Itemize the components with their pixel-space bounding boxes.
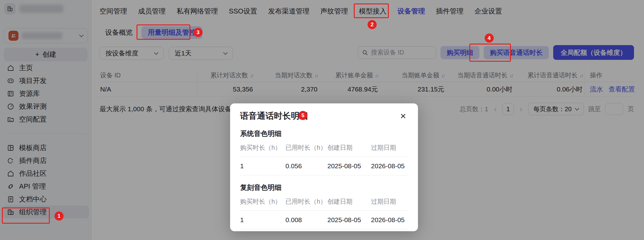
modal-table-row: 1 0.008 2025-08-05 2026-08-05 [240,211,408,229]
modal-table-header: 购买时长（h） 已用时长（h） 创建日期 过期日期 [240,143,408,157]
section-heading: 复刻音色明细 [240,183,408,192]
purchased-hours: 1 [240,162,286,170]
create-date: 2025-08-05 [327,216,371,224]
section-heading: 系统音色明细 [240,129,408,138]
expire-date: 2026-08-05 [371,216,408,224]
voice-duration-modal: 语音通话时长明细 × 系统音色明细 购买时长（h） 已用时长（h） 创建日期 过… [230,103,418,231]
close-icon[interactable]: × [398,110,408,122]
system-voice-section: 系统音色明细 购买时长（h） 已用时长（h） 创建日期 过期日期 1 0.056… [240,129,408,175]
modal-table-header: 购买时长（h） 已用时长（h） 创建日期 过期日期 [240,197,408,211]
purchased-hours: 1 [240,216,286,224]
used-hours: 0.008 [286,216,327,224]
create-date: 2025-08-05 [327,162,371,170]
cloned-voice-section: 复刻音色明细 购买时长（h） 已用时长（h） 创建日期 过期日期 1 0.008… [240,183,408,229]
modal-title: 语音通话时长明细 [240,110,308,122]
modal-table-row: 1 0.056 2025-08-05 2026-08-05 [240,157,408,175]
expire-date: 2026-08-05 [371,162,408,170]
used-hours: 0.056 [286,162,327,170]
page: + 创建 主页 项目开发 资源库 效果评测 空间配置 [0,0,644,240]
